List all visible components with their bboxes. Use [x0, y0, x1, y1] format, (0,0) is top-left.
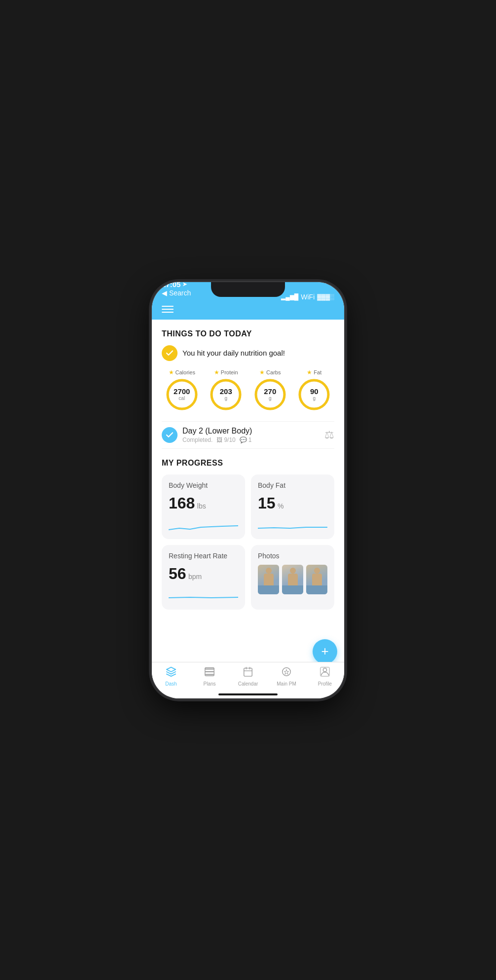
fat-label: ★ Fat	[307, 369, 321, 376]
calories-label: ★ Calories	[169, 369, 195, 376]
workout-comments: 💬 1	[240, 436, 252, 443]
profile-icon	[319, 666, 330, 680]
tab-plans[interactable]: Plans	[190, 666, 229, 687]
back-label: ◀ Search	[162, 289, 191, 297]
protein-label: ★ Protein	[214, 369, 238, 376]
carbs-label: ★ Carbs	[259, 369, 281, 376]
signal-icon: ▂▄▆█	[281, 293, 298, 300]
workout-info: Day 2 (Lower Body) Completed. 🖼 9/10 💬 1	[182, 427, 319, 443]
nutrition-calories: ★ Calories 2700 cal	[162, 369, 202, 411]
svg-point-11	[323, 668, 326, 671]
hamburger-menu[interactable]	[162, 306, 334, 313]
my-progress-section: MY PROGRESS Body Weight 168 lbs	[162, 459, 334, 610]
star-icon: ★	[307, 369, 312, 376]
body-weight-value: 168	[169, 494, 195, 512]
star-icon: ★	[214, 369, 219, 376]
calendar-label: Calendar	[238, 681, 258, 687]
things-today-section: THINGS TO DO TODAY You hit your daily nu…	[162, 329, 334, 449]
photo-thumb-1	[258, 565, 279, 594]
heart-rate-label: Resting Heart Rate	[169, 552, 238, 560]
body-weight-unit: lbs	[197, 502, 206, 510]
body-fat-chart	[258, 517, 327, 532]
heart-rate-value: 56	[169, 565, 186, 582]
comment-icon: 💬	[240, 436, 247, 443]
phone-frame: 17:05 ➤ ◀ Search ▂▄▆█ WiFi ▓▓▓░	[152, 282, 344, 698]
my-progress-title: MY PROGRESS	[162, 459, 334, 468]
photos-grid	[258, 565, 327, 594]
heart-rate-value-row: 56 bpm	[169, 565, 238, 583]
dash-label: Dash	[165, 681, 177, 687]
body-fat-unit: %	[278, 502, 283, 510]
carbs-ring: 270 g	[253, 378, 287, 411]
workout-meta: Completed. 🖼 9/10 💬 1	[182, 436, 319, 443]
fab-label: +	[321, 644, 328, 659]
main-pm-label: Main PM	[277, 681, 296, 687]
heart-rate-card[interactable]: Resting Heart Rate 56 bpm	[162, 545, 245, 610]
main-content: THINGS TO DO TODAY You hit your daily nu…	[152, 320, 344, 698]
photo-thumb-2	[282, 565, 303, 594]
workout-row[interactable]: Day 2 (Lower Body) Completed. 🖼 9/10 💬 1	[162, 421, 334, 449]
status-icons: ▂▄▆█ WiFi ▓▓▓░	[281, 293, 334, 301]
nutrition-protein: ★ Protein 203 g	[206, 369, 247, 411]
check-icon	[165, 349, 174, 358]
image-icon: 🖼	[216, 436, 222, 443]
body-fat-label: Body Fat	[258, 481, 327, 489]
plans-icon	[204, 666, 215, 680]
header	[152, 304, 344, 320]
tab-bar: Dash Plans Calendar	[152, 662, 344, 698]
body-fat-value: 15	[258, 494, 276, 512]
body-weight-chart	[169, 517, 238, 532]
wifi-icon: WiFi	[301, 293, 315, 301]
nutrition-check-circle	[162, 345, 177, 361]
battery-icon: ▓▓▓░	[317, 293, 334, 300]
star-icon: ★	[259, 369, 265, 376]
things-today-title: THINGS TO DO TODAY	[162, 329, 334, 338]
plans-label: Plans	[203, 681, 215, 687]
dash-icon	[166, 666, 177, 680]
workout-photos: 🖼 9/10	[216, 436, 235, 443]
tab-main-pm[interactable]: Main PM	[267, 666, 306, 687]
nutrition-goal-text: You hit your daily nutrition goal!	[182, 349, 285, 357]
nutrition-grid: ★ Calories 2700 cal	[162, 369, 334, 411]
nutrition-goal-row: You hit your daily nutrition goal!	[162, 345, 334, 361]
heart-rate-unit: bpm	[188, 573, 202, 581]
tab-profile[interactable]: Profile	[306, 666, 344, 687]
photos-card[interactable]: Photos	[251, 545, 334, 610]
body-weight-card[interactable]: Body Weight 168 lbs	[162, 474, 245, 539]
nutrition-carbs: ★ Carbs 270 g	[250, 369, 290, 411]
workout-title: Day 2 (Lower Body)	[182, 427, 319, 436]
phone-screen: 17:05 ➤ ◀ Search ▂▄▆█ WiFi ▓▓▓░	[152, 282, 344, 698]
progress-grid: Body Weight 168 lbs Body Fa	[162, 474, 334, 610]
fat-ring: 90 g	[297, 378, 331, 411]
notch	[211, 282, 285, 297]
location-icon: ➤	[182, 282, 187, 288]
workout-check-circle	[162, 427, 177, 443]
star-icon: ★	[169, 369, 174, 376]
body-weight-label: Body Weight	[169, 481, 238, 489]
body-fat-card[interactable]: Body Fat 15 %	[251, 474, 334, 539]
profile-label: Profile	[318, 681, 332, 687]
main-pm-icon	[281, 666, 292, 680]
calories-ring: 2700 cal	[165, 378, 199, 411]
status-time: 17:05 ➤	[162, 282, 191, 289]
protein-ring: 203 g	[209, 378, 243, 411]
fab-button[interactable]: +	[313, 639, 337, 664]
body-weight-value-row: 168 lbs	[169, 494, 238, 512]
photo-thumb-3	[306, 565, 327, 594]
tab-dash[interactable]: Dash	[152, 666, 190, 687]
calendar-icon	[243, 666, 253, 680]
svg-rect-9	[244, 668, 252, 676]
nutrition-fat: ★ Fat 90 g	[294, 369, 335, 411]
workout-check-icon	[165, 431, 174, 439]
kettlebell-icon: ⚖	[324, 429, 334, 441]
photos-label: Photos	[258, 552, 327, 560]
tab-calendar[interactable]: Calendar	[229, 666, 267, 687]
home-indicator	[218, 693, 278, 695]
heart-rate-chart	[169, 588, 238, 603]
clock-display: 17:05	[162, 282, 180, 289]
back-button[interactable]: ◀ Search	[162, 289, 191, 297]
body-fat-value-row: 15 %	[258, 494, 327, 512]
workout-status: Completed.	[182, 436, 213, 443]
